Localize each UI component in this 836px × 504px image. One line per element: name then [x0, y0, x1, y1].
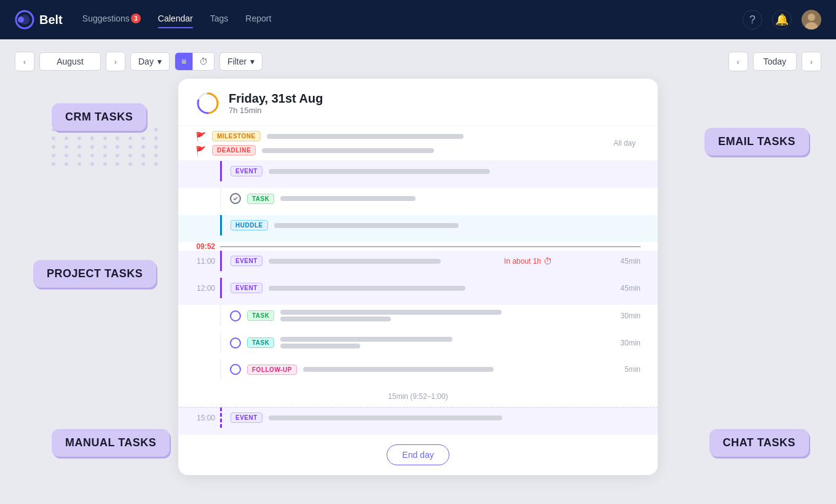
toolbar-right: ‹ Today ›	[728, 52, 821, 71]
toolbar: ‹ August › Day ▾ ≡ ⏱ Filter ▾ ‹ Today ›	[15, 52, 821, 71]
month-display: August	[39, 52, 101, 71]
time-12: 12:00	[195, 278, 220, 293]
followup-check[interactable]	[230, 364, 241, 375]
prev-month-button[interactable]: ‹	[15, 52, 34, 71]
email-tasks-callout: EMAIL TASKS	[704, 128, 809, 156]
task1-bar1	[280, 310, 502, 315]
toolbar-left: ‹ August › Day ▾ ≡ ⏱ Filter ▾	[15, 52, 262, 71]
svg-point-4	[808, 14, 815, 21]
event-15-badge: EVENT	[231, 412, 262, 423]
logo-text: Belt	[39, 13, 63, 27]
day-header: Friday, 31st Aug 7h 15min	[178, 79, 658, 126]
current-time-label: 09:52	[195, 242, 220, 251]
huddle-badge: HUDDLE	[231, 220, 268, 230]
task2-check[interactable]	[230, 337, 241, 348]
task1-check[interactable]	[230, 310, 241, 321]
huddle-row: HUDDLE	[178, 215, 658, 242]
logo[interactable]: Belt	[15, 10, 63, 30]
manual-tasks-callout: MANUAL TASKS	[52, 429, 170, 457]
deadline-bar	[262, 148, 434, 153]
event-11-content: EVENT In about 1h ⏱ 45min	[220, 251, 641, 271]
task2-row: TASK 30min	[178, 332, 658, 359]
time-11: 11:00	[195, 251, 220, 266]
event-12-badge: EVENT	[231, 283, 262, 293]
event-pre-content: EVENT	[220, 161, 641, 181]
nav-links: Suggestions3 Calendar Tags Report	[82, 14, 723, 26]
task1-bars	[280, 310, 614, 321]
today-button[interactable]: Today	[753, 52, 797, 71]
nav-calendar[interactable]: Calendar	[158, 14, 193, 26]
milestone-row: 🚩 MILESTONE	[195, 131, 606, 141]
task2-content: TASK 30min	[220, 332, 641, 353]
help-button[interactable]: ?	[743, 10, 762, 30]
all-day-label: All day	[613, 139, 641, 148]
end-day-button[interactable]: End day	[387, 444, 449, 465]
task2-bar1	[280, 337, 452, 342]
task2-bar2	[280, 344, 360, 348]
toolbar-next-button[interactable]: ›	[802, 52, 821, 71]
deadline-badge: DEADLINE	[212, 145, 256, 156]
time-label-empty3	[195, 215, 220, 221]
avatar[interactable]	[802, 10, 821, 30]
alert-icon: ⏱	[543, 256, 552, 266]
all-day-items: 🚩 MILESTONE 🚩 DEADLINE	[195, 131, 606, 156]
nav-suggestions[interactable]: Suggestions3	[82, 14, 141, 26]
task1-bar2	[280, 317, 391, 321]
end-day-row: End day	[178, 434, 658, 475]
event-15-row: 15:00 EVENT	[178, 407, 658, 434]
notifications-button[interactable]: 🔔	[772, 10, 792, 30]
task-pre-content: TASK	[220, 188, 641, 209]
task1-content: TASK 30min	[220, 305, 641, 326]
break-label: 15min (9:52–1:00)	[388, 392, 448, 401]
task1-badge: TASK	[247, 310, 274, 321]
svg-point-2	[18, 17, 24, 23]
task-pre-check[interactable]	[230, 193, 241, 204]
time-followup	[195, 359, 220, 365]
alert-label: In about 1h ⏱	[504, 256, 552, 266]
task2-bars	[280, 337, 614, 348]
project-tasks-callout: PROJECT TASKS	[33, 260, 156, 288]
time-label-empty2	[195, 188, 220, 194]
list-view-button[interactable]: ≡	[175, 53, 193, 70]
clock-view-button[interactable]: ⏱	[193, 53, 214, 70]
followup-bar	[303, 367, 494, 372]
event-11-bar	[269, 259, 441, 264]
dropdown-chevron: ▾	[157, 57, 162, 66]
filter-chevron: ▾	[250, 57, 254, 66]
view-dropdown[interactable]: Day ▾	[130, 52, 170, 71]
time-15: 15:00	[195, 408, 220, 422]
event-11-duration: 45min	[620, 257, 641, 266]
current-time-row: 09:52	[178, 242, 658, 251]
huddle-content: HUDDLE	[220, 215, 641, 235]
navbar: Belt Suggestions3 Calendar Tags Report ?…	[0, 0, 836, 39]
followup-content: FOLLOW-UP 5min	[220, 359, 641, 380]
flag-icon-deadline: 🚩	[195, 146, 206, 156]
event-pre-bar	[269, 169, 490, 174]
event-12-bar	[269, 286, 465, 291]
filter-dropdown[interactable]: Filter ▾	[219, 52, 262, 71]
nav-tags[interactable]: Tags	[210, 14, 229, 26]
day-title: Friday, 31st Aug	[229, 92, 323, 106]
task1-duration: 30min	[620, 312, 641, 320]
event-11-badge: EVENT	[231, 256, 262, 266]
view-toggle: ≡ ⏱	[175, 52, 215, 71]
nav-right: ? 🔔	[743, 10, 821, 30]
followup-duration: 5min	[625, 365, 641, 374]
task-pre-row: TASK	[178, 188, 658, 215]
event-pre-badge: EVENT	[231, 166, 262, 176]
calendar-card: Friday, 31st Aug 7h 15min 🚩 MILESTONE 🚩 …	[178, 79, 658, 475]
task1-row: TASK 30min	[178, 305, 658, 332]
day-info: Friday, 31st Aug 7h 15min	[229, 92, 323, 115]
time-label-empty1	[195, 161, 220, 167]
next-month-button[interactable]: ›	[106, 52, 125, 71]
huddle-bar	[274, 223, 459, 228]
milestone-badge: MILESTONE	[212, 131, 261, 141]
main-content: ‹ August › Day ▾ ≡ ⏱ Filter ▾ ‹ Today ›	[0, 39, 836, 504]
event-12-duration: 45min	[620, 284, 641, 293]
layout-wrapper: CRM TASKS EMAIL TASKS PROJECT TASKS MANU…	[15, 79, 821, 475]
deadline-row: 🚩 DEADLINE	[195, 145, 606, 156]
milestone-bar	[267, 134, 463, 139]
toolbar-prev-button[interactable]: ‹	[728, 52, 748, 71]
task-pre-bar	[280, 196, 416, 201]
nav-report[interactable]: Report	[245, 14, 271, 26]
